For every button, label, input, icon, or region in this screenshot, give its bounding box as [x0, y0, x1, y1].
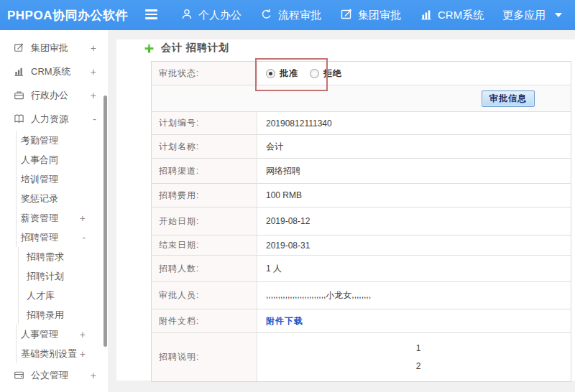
approval-radio-group: 批准 拒绝: [257, 62, 571, 85]
nav-label: 个人办公: [198, 9, 242, 22]
app-logo: PHPOA协同办公软件: [7, 0, 128, 30]
nav-more-apps[interactable]: 更多应用: [493, 0, 571, 30]
expand-sign[interactable]: +: [80, 213, 86, 224]
sidebar-item-personnel-mgmt[interactable]: 人事管理 +: [0, 325, 108, 344]
expand-sign[interactable]: +: [80, 329, 86, 340]
approvers-value: ,,,,,,,,,,,,,,,,,,,,,,,,,小龙女,,,,,,,,: [257, 282, 571, 309]
app-window: PHPOA协同办公软件 个人办公: [0, 0, 575, 392]
bar-chart-icon: [420, 8, 438, 23]
sidebar: 集团审批 + CRM系统 + 行政办公: [0, 30, 108, 392]
document-icon: [13, 370, 24, 381]
radio-approve[interactable]: 批准: [266, 67, 298, 80]
sidebar-item-recruit-plan[interactable]: 招聘计划: [0, 266, 108, 286]
sidebar-item-recruit-mgmt[interactable]: 招聘管理 -: [0, 228, 108, 247]
sidebar-label: 人力资源: [31, 113, 68, 126]
expand-sign[interactable]: +: [80, 348, 86, 360]
start-date-value: 2019-08-12: [257, 207, 571, 235]
recruit-channel-value: 网络招聘: [257, 159, 571, 183]
nav-label: CRM系统: [438, 9, 484, 22]
row-start-date: 开始日期: 2019-08-12: [152, 207, 571, 235]
approval-info-button[interactable]: 审批信息: [482, 90, 535, 107]
sidebar-item-salary[interactable]: 薪资管理 +: [0, 208, 108, 228]
sidebar-item-base-categories[interactable]: 基础类别设置 +: [0, 344, 108, 363]
briefcase-icon: [13, 90, 24, 101]
plan-number-value: 20190812111340: [257, 112, 571, 134]
edit-icon: [13, 42, 24, 54]
sidebar-item-vehicles[interactable]: 用车管理 +: [0, 387, 108, 392]
expand-sign[interactable]: +: [91, 90, 96, 101]
sidebar-item-human-resources[interactable]: 人力资源 -: [0, 107, 108, 131]
add-plus-icon: [144, 43, 155, 54]
row-approvers: 审批人员: ,,,,,,,,,,,,,,,,,,,,,,,,,小龙女,,,,,,…: [152, 282, 571, 309]
nav-label: 更多应用: [502, 9, 546, 22]
caret-down-icon: [555, 13, 562, 17]
person-icon: [180, 8, 198, 23]
radio-reject-circle[interactable]: [310, 69, 319, 78]
radio-approve-circle[interactable]: [266, 69, 275, 78]
sidebar-label: CRM系统: [31, 65, 71, 78]
sidebar-label: 行政办公: [31, 89, 68, 102]
field-label: 审批状态:: [152, 62, 257, 85]
collapse-sign[interactable]: -: [82, 232, 86, 243]
recruit-plan-detail-table: 审批状态: 批准 拒绝 审批信息 计划编号: 20190812111340 计划…: [151, 61, 571, 382]
attachment-download-link[interactable]: 附件下载: [266, 315, 303, 327]
recruit-cost-value: 100 RMB: [257, 184, 571, 207]
plan-name-value: 会计: [257, 135, 571, 158]
description-value: 1 2: [257, 333, 571, 381]
page-header: 会计 招聘计划: [144, 39, 229, 57]
expand-sign[interactable]: +: [91, 66, 96, 78]
sidebar-scrollbar[interactable]: [104, 95, 107, 347]
sidebar-item-attendance[interactable]: 考勤管理: [0, 131, 108, 150]
row-approval-status: 审批状态: 批准 拒绝: [152, 62, 571, 85]
row-end-date: 结束日期: 2019-08-31: [152, 235, 571, 256]
topbar: PHPOA协同办公软件 个人办公: [0, 0, 575, 30]
sidebar-item-admin-office[interactable]: 行政办公 +: [0, 83, 108, 107]
top-nav: 个人办公 流程审批 集: [171, 0, 571, 30]
sidebar-item-rewards[interactable]: 奖惩记录: [0, 189, 108, 208]
book-icon: [13, 113, 24, 125]
hamburger-menu-icon[interactable]: [145, 9, 157, 21]
radio-reject[interactable]: 拒绝: [310, 67, 342, 80]
collapse-sign[interactable]: -: [93, 113, 96, 125]
sidebar-label: 集团审批: [31, 42, 68, 55]
sidebar-item-recruit-demand[interactable]: 招聘需求: [0, 247, 108, 266]
row-description: 招聘说明: 1 2: [152, 333, 571, 381]
nav-label: 流程审批: [278, 9, 321, 22]
sidebar-item-talent-pool[interactable]: 人才库: [0, 286, 108, 305]
process-icon: [260, 8, 278, 23]
row-recruit-channel: 招聘渠道: 网络招聘: [152, 159, 571, 184]
nav-process-approval[interactable]: 流程审批: [251, 0, 331, 30]
headcount-value: 1 人: [257, 256, 571, 281]
page-title: 会计 招聘计划: [161, 42, 229, 55]
nav-label: 集团审批: [358, 9, 401, 22]
bar-chart-icon: [13, 66, 24, 78]
expand-sign[interactable]: +: [91, 370, 96, 381]
expand-sign[interactable]: +: [91, 42, 96, 54]
row-plan-name: 计划名称: 会计: [152, 135, 571, 159]
sidebar-item-group-approval[interactable]: 集团审批 +: [0, 36, 108, 60]
row-plan-number: 计划编号: 20190812111340: [152, 112, 571, 135]
nav-group-approval[interactable]: 集团审批: [331, 0, 410, 30]
row-approval-button: 审批信息: [152, 85, 571, 112]
row-attachment: 附件文档: 附件下载: [152, 309, 571, 333]
sidebar-item-training[interactable]: 培训管理: [0, 169, 108, 189]
nav-crm-system[interactable]: CRM系统: [410, 0, 493, 30]
nav-personal-office[interactable]: 个人办公: [171, 0, 251, 30]
row-recruit-cost: 招聘费用: 100 RMB: [152, 184, 571, 207]
sidebar-item-hr-contract[interactable]: 人事合同: [0, 150, 108, 169]
sidebar-item-documents[interactable]: 公文管理 +: [0, 363, 108, 387]
sidebar-item-recruit-hire[interactable]: 招聘录用: [0, 305, 108, 325]
end-date-value: 2019-08-31: [257, 235, 571, 255]
edit-icon: [340, 8, 358, 23]
row-headcount: 招聘人数: 1 人: [152, 256, 571, 282]
sidebar-item-crm[interactable]: CRM系统 +: [0, 60, 108, 83]
